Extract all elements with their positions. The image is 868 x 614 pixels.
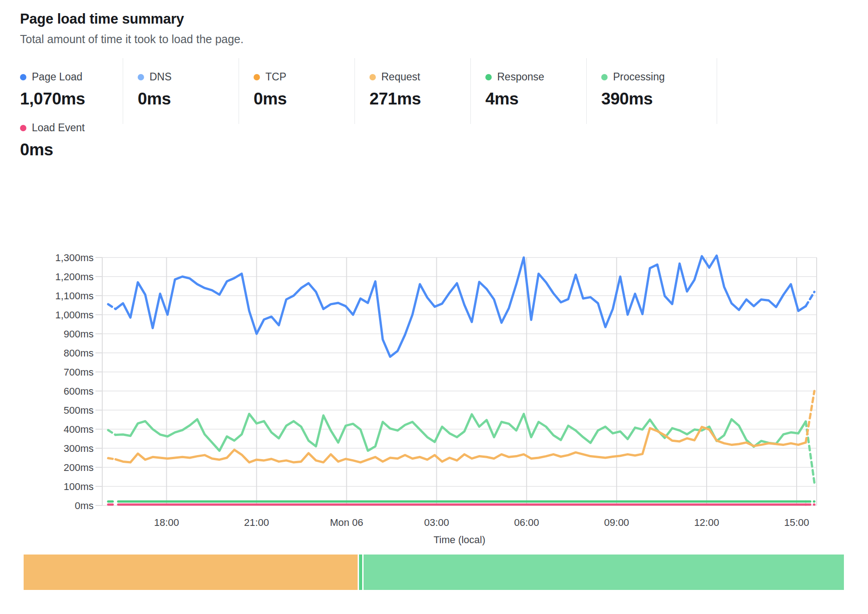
metric-value: 1,070ms — [20, 89, 123, 109]
y-axis-tick-label: 200ms — [64, 462, 94, 473]
metric-label: Response — [497, 71, 544, 83]
load-event-legend-dot — [20, 125, 26, 131]
load-time-chart[interactable]: 0ms100ms200ms300ms400ms500ms600ms700ms80… — [0, 195, 868, 555]
bar-segment-request-share — [24, 555, 358, 590]
y-axis-tick-label: 1,000ms — [55, 309, 94, 321]
metrics-row-spacer — [717, 58, 857, 124]
legend-dot — [20, 74, 26, 80]
y-axis-tick-label: 0ms — [75, 500, 94, 511]
x-axis-tick-label: 12:00 — [694, 517, 719, 528]
series-page-load-line — [108, 256, 814, 357]
x-axis-tick-label: 09:00 — [604, 517, 629, 528]
y-axis-tick-label: 1,100ms — [55, 290, 94, 302]
legend-dot — [254, 74, 260, 80]
y-axis-tick-label: 600ms — [64, 386, 94, 397]
y-axis-tick-label: 900ms — [64, 328, 94, 340]
legend-dot — [601, 74, 608, 80]
bar-segment-response-share — [359, 555, 362, 590]
x-axis-tick-label: Mon 06 — [330, 517, 363, 528]
metric-label: DNS — [150, 71, 172, 83]
y-axis-tick-label: 1,200ms — [55, 271, 94, 282]
metric-page-load: Page Load1,070ms — [20, 58, 123, 124]
time-breakdown-bar — [24, 555, 844, 590]
metric-dns: DNS0ms — [123, 58, 239, 124]
metric-label: Processing — [613, 71, 665, 83]
bar-segment-processing-share — [364, 555, 844, 590]
metric-value: 390ms — [601, 89, 717, 109]
legend-dot — [369, 74, 376, 80]
y-axis-tick-label: 500ms — [64, 405, 94, 416]
page-subtitle: Total amount of time it took to load the… — [20, 33, 244, 46]
y-axis-tick-label: 700ms — [64, 366, 94, 378]
x-axis-tick-label: 21:00 — [244, 517, 269, 528]
load-time-chart-svg[interactable]: 0ms100ms200ms300ms400ms500ms600ms700ms80… — [0, 195, 868, 555]
page-title: Page load time summary — [20, 11, 184, 27]
load-event-value: 0ms — [20, 140, 85, 159]
metric-request: Request271ms — [354, 58, 470, 124]
y-axis-tick-label: 100ms — [64, 481, 94, 492]
y-axis-tick-label: 400ms — [64, 424, 94, 435]
load-event-metric: Load Event 0ms — [20, 122, 85, 159]
metric-label: Page Load — [32, 71, 82, 83]
x-axis-tick-label: 15:00 — [784, 517, 809, 528]
legend-dot — [485, 74, 492, 80]
x-axis-tick-label: 06:00 — [514, 517, 539, 528]
x-axis-tick-label: 03:00 — [424, 517, 449, 528]
metric-label: TCP — [265, 71, 286, 83]
legend-dot — [138, 74, 144, 80]
y-axis-tick-label: 800ms — [64, 347, 94, 359]
x-axis-tick-label: 18:00 — [154, 517, 179, 528]
y-axis-tick-label: 1,300ms — [55, 252, 94, 263]
metric-value: 0ms — [138, 89, 239, 109]
x-axis-title: Time (local) — [434, 534, 485, 545]
page-load-summary-panel: Page load time summary Total amount of t… — [0, 0, 868, 614]
metric-value: 4ms — [485, 89, 586, 109]
metric-value: 271ms — [369, 89, 470, 109]
y-axis-tick-label: 300ms — [64, 443, 94, 454]
metric-response: Response4ms — [470, 58, 586, 124]
metric-value: 0ms — [254, 89, 354, 109]
metrics-summary-row: Page Load1,070msDNS0msTCP0msRequest271ms… — [20, 58, 857, 124]
metric-processing: Processing390ms — [586, 58, 717, 124]
metric-tcp: TCP0ms — [239, 58, 354, 124]
metric-label: Request — [381, 71, 420, 83]
load-event-label: Load Event — [32, 122, 85, 134]
